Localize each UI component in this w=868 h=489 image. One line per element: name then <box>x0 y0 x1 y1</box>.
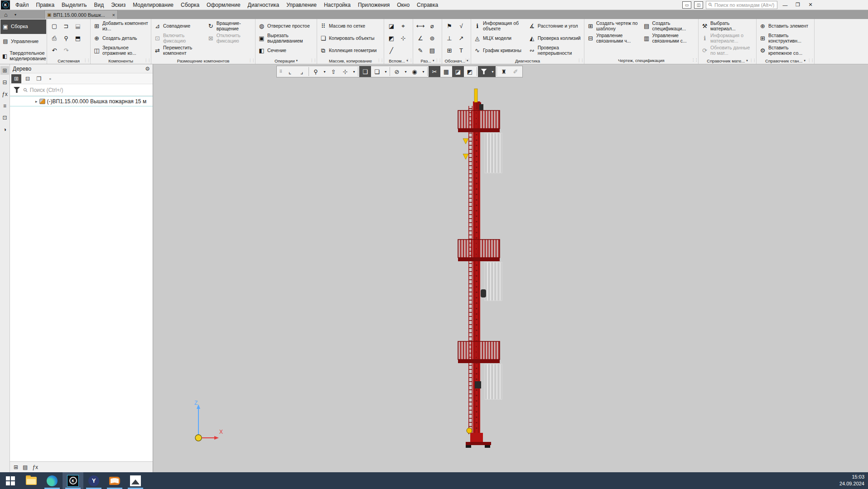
lcs-icon[interactable]: ⌞ <box>284 66 296 77</box>
toolbar-drag-handle[interactable]: ⠿ <box>278 66 284 77</box>
display-dropdown-icon[interactable]: ▾ <box>383 66 389 77</box>
fire-tower-model[interactable] <box>452 88 506 450</box>
print-icon[interactable]: ⎙ <box>48 32 60 44</box>
show-all-icon[interactable]: ◉ <box>409 66 420 77</box>
snap-icon[interactable]: ✂ <box>429 66 440 77</box>
create-part[interactable]: ⊕Создать деталь <box>92 32 149 44</box>
file-explorer-icon[interactable] <box>21 472 42 489</box>
variables-panel-icon[interactable]: ƒx <box>0 90 9 98</box>
kompas-app-icon[interactable]: К <box>63 472 83 489</box>
leader-icon[interactable]: ↗ <box>455 32 467 44</box>
collision-check[interactable]: ◭Проверка коллизий <box>527 32 583 44</box>
insert-constructive[interactable]: ⊞Вставить конструктивн... <box>758 32 813 44</box>
distance-angle[interactable]: ∡Расстояние и угол <box>527 20 583 32</box>
group-dropdown-icon[interactable]: ▾ <box>746 59 748 62</box>
coincidence[interactable]: ⊿Совпадение <box>153 20 205 32</box>
group-grip-icon[interactable]: ⋮⋮ <box>577 58 583 62</box>
new-document-icon[interactable]: ▢ <box>48 20 60 32</box>
app-logo-icon[interactable]: К <box>1 0 10 10</box>
menu-item-10[interactable]: Управление <box>283 1 320 9</box>
expander-icon[interactable]: ▸ <box>35 99 38 104</box>
display-mode-icon[interactable]: ❏ <box>371 66 383 77</box>
ribbon-set-solid-modeling[interactable]: ◧Твердотельное моделирование <box>0 49 46 63</box>
group-grip-icon[interactable]: ⋮⋮ <box>749 58 756 62</box>
sketch-grid-icon[interactable]: ▦ <box>440 66 452 77</box>
group-grip-icon[interactable]: ⋮⋮ <box>406 58 412 62</box>
tree-panel-icon[interactable]: ⊞ <box>0 66 9 75</box>
group-grip-icon[interactable]: ⋮⋮ <box>691 58 698 62</box>
geometry-collection[interactable]: ⧉Коллекция геометрии <box>318 44 377 57</box>
appearance-panel-icon[interactable]: ◑ <box>0 125 9 134</box>
move-component[interactable]: ⇄Переместить компонент <box>153 44 205 57</box>
insert-fastener[interactable]: ⚙Вставить крепежное со... <box>758 44 813 57</box>
hide-objects-icon[interactable]: ⊘ <box>391 66 403 77</box>
coordinate-axes-icon[interactable]: ⊹ <box>339 66 351 77</box>
tree-search-input[interactable]: ⚲ Поиск (Ctrl+/) <box>10 84 153 96</box>
diameter-dimension-icon[interactable]: ⌀ <box>426 20 438 32</box>
restore-button[interactable]: ❐ <box>793 2 803 8</box>
tree-structure-view-icon[interactable]: ⊞ <box>11 74 21 83</box>
menu-item-9[interactable]: Диагностика <box>244 1 283 9</box>
filter-icon[interactable] <box>478 66 490 77</box>
home-button[interactable]: ⌂ <box>0 10 12 19</box>
menu-item-4[interactable]: Вид <box>90 1 107 9</box>
manage-linked-drawings[interactable]: ⊟Управление связанными ч... <box>586 32 641 44</box>
group-dropdown-icon[interactable]: ▾ <box>433 59 434 62</box>
tree-relations-view-icon[interactable]: ❐ <box>34 74 44 83</box>
simple-hole[interactable]: ◍Отверстие простое <box>257 20 315 32</box>
edge-browser-icon[interactable] <box>42 472 63 489</box>
command-search-input[interactable]: ⚲ Поиск по командам (Alt+/) <box>706 1 777 9</box>
ribbon-set-management[interactable]: ▤Управление <box>0 34 46 48</box>
constraints-panel-icon[interactable]: ⊡ <box>0 113 9 122</box>
start-button[interactable] <box>0 472 21 489</box>
choose-material[interactable]: ⚒Выбрать материал... <box>700 20 755 32</box>
viewport-3d[interactable]: ⠿⌞⌟⚲▾⇧⊹▾❑❏▾⊘▾◉▾✂▦◪◩▾♜✐ <box>153 64 868 472</box>
menu-item-5[interactable]: Эскиз <box>107 1 129 9</box>
linear-dimension-icon[interactable]: ⟷ <box>415 20 426 32</box>
print-preview-icon[interactable]: ⚲ <box>60 32 72 44</box>
menu-item-1[interactable]: Файл <box>12 1 33 9</box>
footer-list-icon[interactable]: ▤ <box>23 464 28 470</box>
region-select-icon[interactable]: ◩ <box>464 66 476 77</box>
menu-item-14[interactable]: Справка <box>413 1 442 9</box>
group-grip-icon[interactable]: ⋮⋮ <box>807 58 814 62</box>
orient-view-icon[interactable]: ⇧ <box>328 66 339 77</box>
context-tower-icon[interactable]: ♜ <box>498 66 510 77</box>
close-button[interactable]: ✕ <box>805 2 815 8</box>
footer-variables-icon[interactable]: ƒx <box>32 464 38 470</box>
spline-icon[interactable]: ╱ <box>386 44 397 57</box>
orient-dropdown-icon[interactable]: ▾ <box>351 66 357 77</box>
create-specification[interactable]: ▤Создать спецификаци... <box>642 20 697 32</box>
roughness-icon[interactable]: √ <box>455 20 467 32</box>
parameters-panel-icon[interactable]: ⊟ <box>0 78 9 86</box>
text-icon[interactable]: T <box>455 44 467 57</box>
yandex-browser-icon[interactable]: Y <box>83 472 104 489</box>
mass-properties[interactable]: ◬МЦХ модели <box>473 32 526 44</box>
angle-dimension-icon[interactable]: ∠ <box>415 32 426 44</box>
group-grip-icon[interactable]: ⋮⋮ <box>435 58 441 62</box>
add-component-from-file[interactable]: ⊞Добавить компонент из... <box>92 20 149 32</box>
tree-area-select-icon[interactable]: ▫ <box>45 74 55 83</box>
ribbon-set-assembly[interactable]: ▣Сборка <box>0 19 46 34</box>
group-grip-icon[interactable]: ⋮⋮ <box>144 58 150 62</box>
mirror-components[interactable]: ◫Зеркальное отражение ко... <box>92 44 149 57</box>
local-cs-icon[interactable]: ⌖ <box>397 20 409 32</box>
save-as-icon[interactable]: ⬒ <box>72 32 84 44</box>
radial-dimension-icon[interactable]: ⊚ <box>426 32 438 44</box>
footer-structure-icon[interactable]: ⊞ <box>14 464 18 470</box>
solid-select-icon[interactable]: ◪ <box>452 66 464 77</box>
group-grip-icon[interactable]: ⋮⋮ <box>248 58 255 62</box>
menu-item-8[interactable]: Оформление <box>203 1 244 9</box>
hide-dropdown-icon[interactable]: ▾ <box>403 66 409 77</box>
cut-extrude[interactable]: ▣Вырезать выдавливанием <box>257 32 315 44</box>
create-drawing-by-template[interactable]: ⊞Создать чертеж по шаблону <box>586 20 641 32</box>
tolerance-frame-icon[interactable]: ⊞ <box>444 44 455 57</box>
main-menu-panel-icon[interactable]: ≡ <box>0 101 9 110</box>
shaded-display-icon[interactable]: ❑ <box>359 66 371 77</box>
tree-root-item[interactable]: ▸ (-)ВП1.15.00.000 Вышка пожарная 15 м <box>10 96 153 106</box>
menu-item-6[interactable]: Моделирование <box>129 1 177 9</box>
rotation-rotation[interactable]: ↻Вращение-вращение <box>206 20 254 32</box>
menu-item-11[interactable]: Настройка <box>320 1 354 9</box>
undo-icon[interactable]: ↶ <box>48 44 60 57</box>
edit-dimension-icon[interactable]: ✎ <box>415 44 426 57</box>
